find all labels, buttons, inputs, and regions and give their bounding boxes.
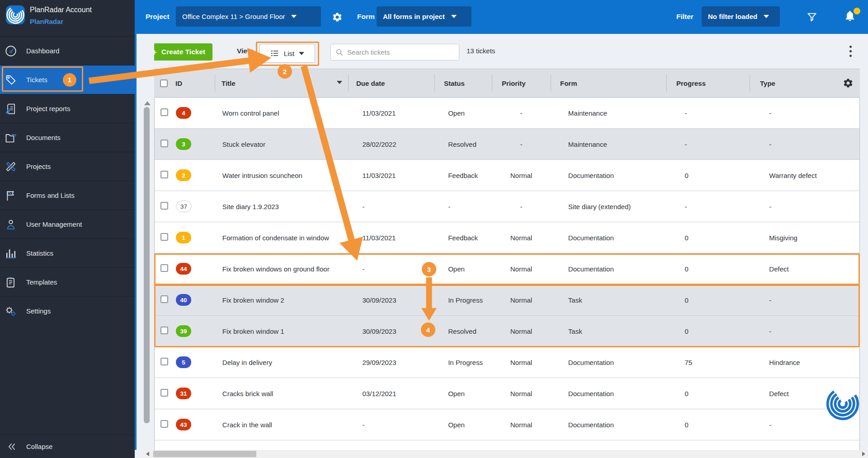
search-input[interactable]: [347, 48, 454, 56]
table-row[interactable]: 4Worn control panel11/03/2021Open-Mainte…: [155, 98, 859, 129]
more-options-kebab-button[interactable]: [848, 46, 853, 59]
sidebar-item-templates[interactable]: Templates: [0, 267, 135, 296]
ticket-progress-cell: 0: [666, 296, 750, 304]
gauge-icon: [5, 45, 17, 57]
sidebar-item-project-reports[interactable]: Project reports: [0, 94, 135, 123]
row-checkbox[interactable]: [160, 295, 168, 303]
sidebar-item-documents[interactable]: Documents: [0, 123, 135, 152]
notification-dot-badge: [854, 8, 860, 14]
table-row[interactable]: 44Fix broken windows on ground floor-Ope…: [155, 253, 859, 285]
sort-descending-icon[interactable]: [337, 81, 342, 84]
ticket-due-date-cell: 28/02/2022: [348, 140, 434, 148]
ticket-title-cell: Worn control panel: [215, 109, 349, 117]
table-row[interactable]: 40Fix broken window 230/09/2023In Progre…: [155, 285, 859, 316]
column-settings-gear-icon[interactable]: [843, 78, 854, 89]
ticket-progress-cell: 0: [666, 265, 750, 273]
project-label: Project: [146, 13, 170, 21]
vertical-scrollbar[interactable]: [144, 107, 150, 423]
column-header-priority[interactable]: Priority: [492, 75, 551, 92]
account-header[interactable]: PlanRadar Account PlanRadar: [0, 0, 135, 35]
row-checkbox[interactable]: [160, 140, 168, 147]
sidebar-item-settings[interactable]: Settings: [0, 296, 135, 325]
row-checkbox[interactable]: [160, 202, 168, 210]
ticket-form-cell: Documentation: [551, 172, 666, 179]
row-checkbox[interactable]: [160, 358, 168, 365]
ticket-status-cell: In Progress: [434, 296, 492, 304]
table-row[interactable]: 3Stuck elevator28/02/2022Resolved-Mainte…: [155, 129, 859, 160]
table-row[interactable]: 2Water intrusion scuncheon11/03/2021Feed…: [155, 160, 859, 191]
horizontal-scrollbar-thumb[interactable]: [153, 451, 256, 457]
ticket-type-cell: -: [749, 109, 859, 117]
sidebar-item-tickets[interactable]: Tickets1: [0, 65, 135, 94]
column-header-type[interactable]: Type: [750, 75, 860, 92]
table-row[interactable]: 5Delay in delivery29/09/2023In ProgressN…: [155, 347, 859, 378]
row-checkbox[interactable]: [160, 264, 168, 272]
column-header-id[interactable]: ID: [172, 75, 215, 92]
row-checkbox[interactable]: [160, 389, 168, 397]
search-box: [330, 44, 459, 61]
horizontal-scrollbar-track[interactable]: [144, 450, 868, 458]
project-settings-gear-icon[interactable]: [332, 12, 343, 23]
notifications-bell-button[interactable]: [844, 9, 857, 24]
ticket-id-badge: 4: [176, 107, 191, 119]
ticket-status-cell: Open: [434, 265, 492, 273]
column-header-due-date[interactable]: Due date: [348, 75, 434, 92]
row-checkbox[interactable]: [160, 233, 168, 241]
ticket-progress-cell: 0: [666, 390, 750, 397]
ticket-priority-cell: Normal: [492, 359, 551, 366]
sidebar-item-label: Statistics: [26, 249, 53, 257]
column-header-status[interactable]: Status: [434, 75, 492, 92]
ticket-title-cell: Fix broken windows on ground floor: [215, 265, 349, 273]
sidebar-item-statistics[interactable]: Statistics: [0, 238, 135, 267]
row-checkbox[interactable]: [160, 327, 168, 334]
row-checkbox-cell: [155, 108, 172, 117]
user-icon: [5, 218, 17, 231]
create-ticket-button[interactable]: + Create Ticket: [145, 43, 212, 61]
scroll-right-arrow[interactable]: [862, 452, 865, 456]
ticket-title-cell: Water intrusion scuncheon: [215, 172, 349, 179]
ticket-form-cell: Task: [551, 296, 666, 304]
table-row[interactable]: 1Formation of condensate in window11/03/…: [155, 222, 859, 253]
sidebar-item-forms-and-lists[interactable]: Forms and Lists: [0, 181, 135, 210]
form-dropdown[interactable]: All forms in project: [377, 6, 472, 27]
ticket-id-cell: 43: [172, 419, 215, 430]
ticket-id-cell: 37: [172, 201, 215, 212]
select-all-checkbox[interactable]: [160, 79, 168, 87]
ticket-progress-cell: 0: [666, 421, 750, 429]
ticket-due-date-cell: -: [348, 265, 434, 273]
sidebar-item-projects[interactable]: Projects: [0, 152, 135, 181]
ticket-title-cell: Crack in the wall: [215, 421, 349, 429]
ticket-form-cell: Maintenance: [551, 140, 666, 148]
column-header-form[interactable]: Form: [551, 75, 666, 92]
row-checkbox[interactable]: [160, 171, 168, 178]
report-icon: [5, 103, 17, 115]
toolbar: + Create Ticket View List 13 tickets: [135, 34, 868, 69]
sidebar-item-user-management[interactable]: User Management: [0, 210, 135, 238]
sidebar-item-dashboard[interactable]: Dashboard: [0, 36, 135, 65]
view-mode-dropdown[interactable]: List: [259, 44, 315, 63]
table-row[interactable]: 37Site diary 1.9.2023---Site diary (exte…: [155, 191, 859, 222]
ticket-title-cell: Fix broken window 2: [215, 296, 349, 304]
planradar-app: PlanRadar Account PlanRadar DashboardTic…: [0, 0, 868, 458]
column-header-title[interactable]: Title: [215, 75, 348, 92]
table-row[interactable]: 39Fix broken window 130/09/2023ResolvedN…: [155, 316, 859, 347]
filter-label: Filter: [676, 13, 693, 21]
ticket-status-cell: Open: [434, 421, 492, 429]
ticket-due-date-cell: 11/03/2021: [348, 172, 434, 179]
row-checkbox[interactable]: [160, 420, 168, 428]
project-dropdown[interactable]: Office Complex 11 > Ground Floor: [176, 6, 321, 27]
ticket-type-cell: Defect: [749, 265, 859, 273]
row-checkbox[interactable]: [160, 108, 168, 116]
vertical-scroll-up-arrow[interactable]: [144, 101, 151, 105]
table-row[interactable]: 31Cracks brick wall03/12/2021OpenNormalD…: [155, 378, 859, 409]
ticket-type-cell: -: [749, 296, 859, 304]
ruler-icon: [5, 160, 17, 173]
ticket-type-cell: -: [749, 140, 859, 148]
sidebar-collapse-button[interactable]: Collapse: [0, 435, 135, 458]
filter-dropdown[interactable]: No filter loaded: [702, 6, 780, 27]
filter-funnel-icon[interactable]: [806, 11, 818, 23]
table-row[interactable]: 43Crack in the wall-OpenNormalDocumentat…: [155, 409, 859, 440]
column-header-progress[interactable]: Progress: [666, 75, 750, 92]
scroll-left-arrow[interactable]: [146, 452, 149, 456]
ticket-id-cell: 2: [172, 169, 215, 181]
